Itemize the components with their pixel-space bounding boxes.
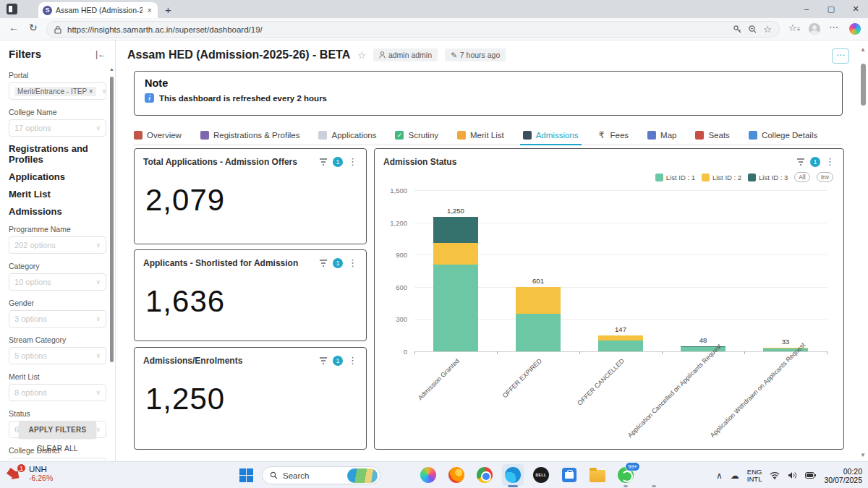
bookmark-star-icon[interactable]: ☆ bbox=[763, 24, 772, 35]
minimize-button[interactable]: – bbox=[794, 0, 819, 18]
filter-select-college-name[interactable]: 17 options∨ bbox=[9, 119, 106, 137]
filter-select-category[interactable]: 10 options∨ bbox=[9, 273, 106, 291]
card-value: 1,250 bbox=[145, 382, 357, 416]
tray-chevron-icon[interactable]: ∧ bbox=[716, 471, 723, 481]
last-modified-chip[interactable]: ✎ 7 hours ago bbox=[445, 48, 506, 61]
sidebar-scrollbar[interactable] bbox=[110, 65, 114, 455]
window-icon[interactable] bbox=[7, 4, 17, 14]
dashboard-menu-button[interactable]: ⋯ bbox=[832, 48, 849, 64]
tab-admissions[interactable]: Admissions bbox=[523, 126, 579, 145]
bar-segment[interactable] bbox=[516, 314, 561, 351]
card-kebab-menu-icon[interactable]: ⋮ bbox=[348, 355, 357, 366]
sidebar-section-registrations-and-profiles[interactable]: Registrations and Profiles bbox=[9, 143, 106, 165]
tab-registrations-profiles[interactable]: Registrations & Profiles bbox=[200, 126, 300, 145]
filter-select-programme-name[interactable]: 202 options∨ bbox=[9, 236, 106, 254]
whatsapp-taskbar-icon[interactable]: 99+ bbox=[615, 464, 637, 486]
refresh-icon[interactable]: ↻ bbox=[29, 22, 38, 33]
notepad-taskbar-icon[interactable] bbox=[643, 464, 665, 486]
filter-funnel-icon[interactable] bbox=[319, 158, 328, 166]
taskbar-search[interactable]: Search bbox=[262, 466, 380, 484]
filter-select-stream-category[interactable]: 5 options∨ bbox=[9, 347, 106, 364]
tab-map[interactable]: Map bbox=[647, 126, 676, 145]
filter-select-gender[interactable]: 3 options∨ bbox=[9, 310, 106, 328]
password-key-icon[interactable] bbox=[733, 25, 742, 34]
collapse-sidebar-icon[interactable]: |← bbox=[95, 49, 106, 59]
legend-item[interactable]: List ID : 1 bbox=[655, 174, 695, 181]
legend-item[interactable]: List ID : 3 bbox=[748, 174, 788, 181]
card-kebab-menu-icon[interactable]: ⋮ bbox=[348, 257, 357, 268]
main-scroll-thumb[interactable] bbox=[861, 64, 866, 106]
copilot-taskbar-icon[interactable] bbox=[417, 464, 439, 486]
sidebar-section-applications[interactable]: Applications bbox=[9, 171, 106, 182]
tab-applications[interactable]: Applications bbox=[318, 126, 376, 145]
bar-segment[interactable] bbox=[433, 265, 478, 351]
profile-avatar[interactable] bbox=[809, 23, 820, 35]
tab-scrutiny[interactable]: ✓Scrutiny bbox=[395, 126, 438, 145]
bar-segment[interactable] bbox=[433, 217, 478, 243]
filter-count-badge[interactable]: 1 bbox=[333, 157, 343, 167]
tab-merit-list[interactable]: Merit List bbox=[457, 126, 504, 145]
dell-taskbar-icon[interactable]: DELL bbox=[530, 464, 552, 486]
tab-close-icon[interactable]: × bbox=[146, 6, 153, 14]
bar-segment[interactable] bbox=[598, 335, 643, 341]
filter-count-badge[interactable]: 1 bbox=[810, 157, 820, 167]
card-kebab-menu-icon[interactable]: ⋮ bbox=[348, 156, 357, 167]
browser-menu-icon[interactable]: ⋯ bbox=[829, 22, 838, 33]
tab-college-details[interactable]: College Details bbox=[749, 126, 817, 145]
copilot-icon[interactable] bbox=[849, 23, 861, 35]
map-icon bbox=[647, 131, 656, 140]
browser-tab[interactable]: S Assam HED (Admission-2025-26) × bbox=[38, 2, 158, 18]
filter-select-merit-list[interactable]: 8 options∨ bbox=[9, 384, 106, 401]
legend-button-all[interactable]: All bbox=[794, 172, 809, 182]
speaker-icon[interactable] bbox=[788, 471, 797, 479]
store-taskbar-icon[interactable] bbox=[558, 464, 580, 486]
filter-select-portal[interactable]: Merit/Entrance - ITEP ×∨ bbox=[9, 82, 106, 100]
main-scroll-down-icon[interactable]: ▼ bbox=[860, 452, 866, 458]
widgets-button[interactable]: 1 UNH -6.26% bbox=[7, 465, 53, 482]
sidebar-section-admissions[interactable]: Admissions bbox=[9, 206, 106, 217]
tab-seats[interactable]: Seats bbox=[695, 126, 729, 145]
filter-funnel-icon[interactable] bbox=[319, 356, 328, 365]
back-icon[interactable]: ← bbox=[9, 22, 19, 33]
chart-kebab-menu-icon[interactable]: ⋮ bbox=[825, 156, 835, 167]
bar-segment[interactable] bbox=[433, 243, 478, 265]
bar-segment[interactable] bbox=[516, 287, 561, 314]
task-view-taskbar-icon[interactable] bbox=[389, 464, 411, 486]
filter-count-badge[interactable]: 1 bbox=[333, 356, 343, 366]
tab-overview[interactable]: Overview bbox=[134, 126, 182, 145]
sidebar-scroll-thumb[interactable] bbox=[110, 77, 114, 362]
filter-funnel-icon[interactable] bbox=[796, 158, 805, 166]
onedrive-cloud-icon[interactable]: ☁ bbox=[731, 471, 739, 481]
edge-taskbar-icon[interactable] bbox=[502, 464, 524, 486]
zoom-out-icon[interactable] bbox=[748, 25, 757, 34]
maximize-button[interactable]: ▢ bbox=[819, 0, 843, 18]
new-tab-button[interactable]: + bbox=[165, 4, 171, 16]
bar-segment[interactable] bbox=[598, 341, 643, 351]
search-highlight-image[interactable] bbox=[347, 468, 378, 483]
filter-tag[interactable]: Merit/Entrance - ITEP × bbox=[14, 87, 96, 96]
clock[interactable]: 00:2030/07/2025 bbox=[824, 467, 862, 484]
language-indicator[interactable]: ENGINTL bbox=[747, 468, 762, 483]
clear-all-button[interactable]: CLEAR ALL bbox=[0, 445, 115, 453]
apply-filters-button[interactable]: APPLY FILTERS bbox=[19, 421, 97, 438]
legend-item[interactable]: List ID : 2 bbox=[702, 174, 741, 181]
sidebar-section-merit-list[interactable]: Merit List bbox=[9, 189, 106, 200]
address-bar[interactable]: https://insights.samarth.ac.in/superset/… bbox=[46, 21, 780, 38]
favorites-collections-icon[interactable]: ☆≡ bbox=[788, 22, 800, 33]
filter-funnel-icon[interactable] bbox=[319, 259, 328, 267]
filter-count-badge[interactable]: 1 bbox=[333, 258, 343, 268]
owner-chip[interactable]: admin admin bbox=[373, 48, 438, 61]
tab-fees[interactable]: ₹Fees bbox=[597, 126, 629, 145]
favorite-star-icon[interactable]: ☆ bbox=[357, 50, 366, 61]
firefox-taskbar-icon[interactable] bbox=[446, 464, 467, 486]
start-button[interactable] bbox=[239, 468, 253, 482]
close-button[interactable]: ✕ bbox=[843, 0, 868, 18]
battery-icon[interactable] bbox=[805, 472, 816, 479]
wifi-icon[interactable] bbox=[770, 471, 780, 479]
dashboard-main: Assam HED (Admission-2025-26) - BETA ☆ a… bbox=[116, 40, 868, 461]
main-scroll-up-icon[interactable]: ▲ bbox=[860, 46, 866, 53]
chrome-taskbar-icon[interactable] bbox=[474, 464, 495, 486]
file-explorer-taskbar-icon[interactable] bbox=[587, 464, 608, 486]
filter-label: College Name bbox=[9, 108, 106, 116]
legend-button-inv[interactable]: Inv bbox=[817, 172, 833, 182]
